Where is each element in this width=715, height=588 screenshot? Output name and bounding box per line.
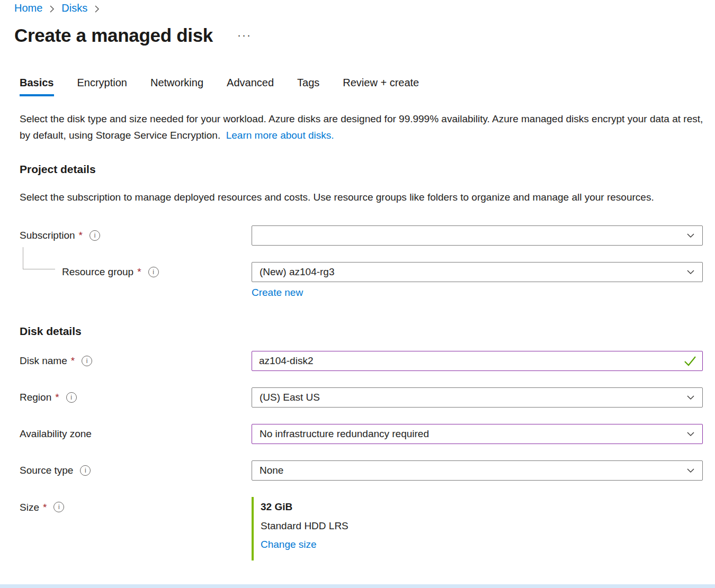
- info-icon-glyph: i: [86, 358, 88, 364]
- info-icon-glyph: i: [153, 269, 154, 275]
- page-title: Create a managed disk: [14, 25, 213, 46]
- info-icon[interactable]: i: [90, 230, 100, 241]
- subscription-row: Subscription * i: [20, 225, 715, 246]
- region-dropdown[interactable]: (US) East US: [252, 387, 703, 408]
- info-icon[interactable]: i: [53, 502, 64, 512]
- size-row: Size * i 32 GiB Standard HDD LRS Change …: [20, 497, 715, 560]
- info-icon[interactable]: i: [148, 267, 159, 277]
- project-details-heading: Project details: [20, 163, 715, 176]
- region-label-group: Region * i: [20, 387, 252, 408]
- create-new-link[interactable]: Create new: [252, 287, 303, 298]
- subscription-label: Subscription: [20, 230, 75, 241]
- info-icon-glyph: i: [85, 467, 86, 474]
- tab-basics[interactable]: Basics: [20, 77, 54, 96]
- chevron-down-icon: [685, 267, 696, 277]
- chevron-down-icon: [685, 465, 696, 476]
- breadcrumb-link-disks[interactable]: Disks: [61, 2, 87, 14]
- resource-group-row: Resource group * i (New) az104-rg3 Creat…: [20, 262, 715, 298]
- availability-zone-label: Availability zone: [20, 428, 92, 440]
- intro-description: Select the disk type and size needed for…: [20, 113, 703, 141]
- disk-name-input[interactable]: [252, 351, 703, 371]
- resource-group-value: (New) az104-rg3: [260, 266, 335, 278]
- chevron-down-icon: [685, 429, 696, 439]
- page-header: Create a managed disk ···: [0, 25, 715, 46]
- source-type-label-group: Source type i: [20, 460, 252, 481]
- resource-group-dropdown[interactable]: (New) az104-rg3: [252, 262, 703, 282]
- disk-name-label-group: Disk name * i: [20, 351, 252, 371]
- chevron-down-icon: [685, 230, 696, 241]
- availability-zone-value: No infrastructure redundancy required: [260, 428, 429, 440]
- required-marker: *: [137, 266, 141, 278]
- more-options-button[interactable]: ···: [237, 29, 252, 40]
- size-summary: 32 GiB Standard HDD LRS Change size: [252, 497, 703, 560]
- change-size-link[interactable]: Change size: [261, 539, 317, 550]
- region-value: (US) East US: [260, 392, 320, 403]
- availability-zone-dropdown[interactable]: No infrastructure redundancy required: [252, 424, 703, 444]
- info-icon-glyph: i: [94, 232, 96, 239]
- required-marker: *: [55, 392, 59, 403]
- size-label-group: Size * i: [20, 497, 252, 517]
- info-icon[interactable]: i: [82, 356, 92, 366]
- info-icon-glyph: i: [70, 394, 72, 401]
- breadcrumb-separator-icon: [49, 5, 55, 13]
- tab-networking[interactable]: Networking: [150, 77, 203, 96]
- learn-more-link[interactable]: Learn more about disks.: [226, 130, 334, 141]
- disk-details-form: Disk name * i Region * i: [20, 351, 715, 560]
- source-type-label: Source type: [20, 465, 73, 476]
- required-marker: *: [79, 230, 83, 241]
- chevron-down-icon: [685, 392, 696, 403]
- tab-advanced[interactable]: Advanced: [227, 77, 274, 96]
- project-details-form: Subscription * i Resource group * i: [20, 225, 715, 298]
- tab-review-create[interactable]: Review + create: [343, 77, 419, 96]
- source-type-dropdown[interactable]: None: [252, 460, 703, 481]
- subscription-dropdown[interactable]: [252, 225, 703, 246]
- source-type-row: Source type i None: [20, 460, 715, 481]
- info-icon-glyph: i: [58, 504, 60, 510]
- valid-checkmark-icon: [683, 355, 697, 367]
- size-value: 32 GiB: [261, 501, 703, 513]
- region-label: Region: [20, 392, 51, 403]
- tab-encryption[interactable]: Encryption: [77, 77, 128, 96]
- disk-details-heading: Disk details: [20, 325, 715, 338]
- disk-name-row: Disk name * i: [20, 351, 715, 371]
- size-sku: Standard HDD LRS: [261, 520, 703, 532]
- project-details-description: Select the subscription to manage deploy…: [20, 189, 663, 205]
- indent-connector-line: [23, 247, 55, 269]
- required-marker: *: [43, 502, 47, 513]
- subscription-label-group: Subscription * i: [20, 225, 252, 246]
- breadcrumb: Home Disks: [0, 0, 715, 14]
- wizard-tabs: Basics Encryption Networking Advanced Ta…: [20, 77, 715, 96]
- bottom-panel-edge: [0, 584, 715, 588]
- intro-text: Select the disk type and size needed for…: [20, 111, 704, 143]
- source-type-value: None: [260, 465, 283, 476]
- info-icon[interactable]: i: [80, 465, 91, 476]
- breadcrumb-separator-icon: [94, 5, 100, 13]
- info-icon[interactable]: i: [66, 392, 77, 403]
- breadcrumb-link-home[interactable]: Home: [14, 2, 42, 14]
- required-marker: *: [71, 355, 75, 367]
- disk-name-label: Disk name: [20, 355, 67, 367]
- availability-zone-row: Availability zone No infrastructure redu…: [20, 424, 715, 444]
- size-label: Size: [20, 502, 39, 513]
- region-row: Region * i (US) East US: [20, 387, 715, 408]
- tab-tags[interactable]: Tags: [297, 77, 319, 96]
- resource-group-label: Resource group: [62, 266, 133, 278]
- availability-zone-label-group: Availability zone: [20, 424, 252, 444]
